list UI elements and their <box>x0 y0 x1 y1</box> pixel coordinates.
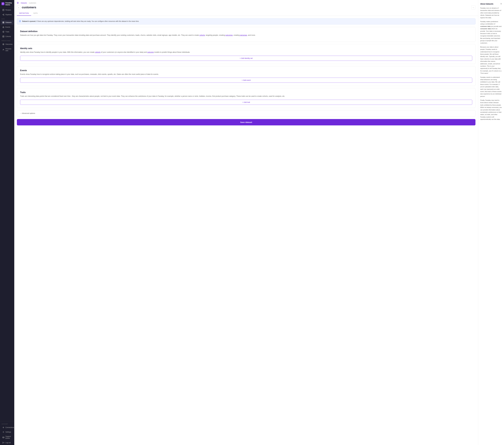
page-title-row: ‹ customers ··· <box>17 5 475 9</box>
breadcrumb-datasets[interactable]: Datasets <box>21 2 27 4</box>
link-outcome[interactable]: outcome <box>147 51 154 53</box>
link-cohorts-2[interactable]: cohorts <box>95 51 101 53</box>
add-identity-set-button[interactable]: + Add identity set <box>20 56 472 61</box>
link-personas[interactable]: personas <box>240 34 247 36</box>
svg-rect-24 <box>3 437 4 438</box>
breadcrumb-current: customers <box>29 2 36 4</box>
sidebar-item-datasets[interactable]: Datasets <box>1 20 14 25</box>
advanced-options-label: Advanced options <box>22 112 35 114</box>
pipeline-icon <box>2 14 4 16</box>
svg-point-5 <box>4 14 4 14</box>
sidebar-item-persona-sets[interactable]: Persona sets <box>1 47 14 53</box>
sidebar-item-outcomes[interactable]: Outcomes <box>1 42 14 46</box>
traits-card: Traits Traits are interesting data point… <box>17 88 475 108</box>
content-area: Dataset is queued. If there are any upst… <box>14 16 478 130</box>
svg-point-20 <box>3 44 4 45</box>
identity-sets-title: Identity sets <box>20 47 472 50</box>
cohorts-icon <box>2 36 4 37</box>
sidebar-item-logout-label: Log out <box>5 442 11 444</box>
dataset-definition-text: Datasets are how you get data into Farad… <box>20 34 472 37</box>
dataset-definition-title: Dataset definition <box>20 30 472 33</box>
recipe-icon <box>2 9 4 11</box>
identity-sets-card: Identity sets Identity sets show Faraday… <box>17 44 475 64</box>
breadcrumb-sep-1: › <box>19 2 20 4</box>
sidebar: F Faraday Demo Recipes Pipelines DATA Da… <box>0 0 14 445</box>
advanced-options-card: › Advanced options <box>17 110 475 116</box>
sidebar-item-support[interactable]: Support tickets <box>1 434 14 440</box>
traits-title: Traits <box>20 91 472 93</box>
add-event-button[interactable]: + Add event <box>20 78 472 83</box>
sidebar-item-connections-label: Connections <box>5 426 14 428</box>
alert-banner: Dataset is queued. If there are any upst… <box>17 19 475 24</box>
link-cohorts-1[interactable]: cohorts <box>199 34 205 36</box>
save-dataset-button[interactable]: Save dataset <box>17 119 475 125</box>
svg-point-6 <box>4 15 4 16</box>
add-trait-button[interactable]: + Add trait <box>20 100 472 105</box>
app-name: Faraday Demo <box>5 2 13 6</box>
breadcrumb-home-icon[interactable] <box>17 2 19 4</box>
settings-icon <box>2 431 4 433</box>
about-paragraph-4: Faraday needs to understand what behavio… <box>480 76 502 98</box>
svg-marker-13 <box>3 26 4 28</box>
back-button[interactable]: ‹ <box>17 6 20 9</box>
page-title: customers <box>22 6 36 9</box>
sidebar-item-traits[interactable]: Traits <box>1 30 14 34</box>
page-content: › Datasets › customers ‹ customers ··· D… <box>14 0 504 445</box>
outcomes-icon <box>2 43 4 45</box>
tab-definition[interactable]: DEFINITION <box>17 11 31 16</box>
datasets-icon <box>2 21 4 23</box>
about-paragraph-1: Faraday runs on streams of transaction d… <box>480 7 502 19</box>
svg-rect-9 <box>3 22 3 22</box>
sidebar-item-cohorts-label: Cohorts <box>5 36 11 37</box>
svg-point-22 <box>3 427 4 428</box>
breadcrumb-sep-2: › <box>28 2 28 4</box>
about-panel-title: About datasets <box>480 3 493 5</box>
page-header: › Datasets › customers ‹ customers ··· D… <box>14 0 478 16</box>
sidebar-item-events-label: Events <box>5 26 10 28</box>
svg-rect-12 <box>3 23 4 23</box>
chevron-right-icon: › <box>20 112 21 114</box>
tab-data[interactable]: DATA <box>31 11 40 16</box>
persona-icon <box>2 49 4 51</box>
more-options-button[interactable]: ··· <box>471 5 475 9</box>
svg-point-23 <box>3 432 4 432</box>
alert-bold: Dataset is queued. <box>22 20 36 22</box>
sidebar-item-settings-label: Settings <box>5 431 11 433</box>
advanced-options-toggle[interactable]: › Advanced options <box>20 112 472 114</box>
alert-text: Dataset is queued. If there are any upst… <box>22 20 139 22</box>
close-icon[interactable]: ✕ <box>500 3 502 5</box>
sidebar-item-events[interactable]: Events <box>1 25 14 29</box>
account-section-label: ACCOUNT <box>0 422 14 425</box>
sidebar-item-datasets-label: Datasets <box>5 21 12 23</box>
identity-sets-text: Identity sets show Faraday how to identi… <box>20 51 472 54</box>
svg-point-4 <box>3 15 3 15</box>
sidebar-item-logout[interactable]: Log out <box>1 441 14 445</box>
svg-rect-10 <box>3 22 4 22</box>
alert-body: If there are any upstream dependencies, … <box>36 20 139 22</box>
predictions-section-label: PREDICTIONS <box>0 39 14 42</box>
app-logo: F Faraday Demo <box>0 0 14 8</box>
about-panel-header: About datasets ✕ <box>480 3 502 5</box>
dataset-definition-card: Dataset definition Datasets are how you … <box>17 27 475 42</box>
support-icon <box>2 436 4 438</box>
about-panel: About datasets ✕ Faraday runs on streams… <box>478 0 504 445</box>
traits-text: Traits are interesting data points that … <box>20 95 472 98</box>
connections-icon <box>2 426 4 428</box>
about-paragraph-5: Finally, Faraday may need to know about … <box>480 99 502 121</box>
center-panel: › Datasets › customers ‹ customers ··· D… <box>14 0 478 445</box>
sidebar-item-recipes[interactable]: Recipes <box>1 8 14 12</box>
alert-icon <box>19 20 21 23</box>
sidebar-item-persona-sets-label: Persona sets <box>5 48 12 52</box>
link-outcomes[interactable]: outcomes <box>225 34 233 36</box>
sidebar-item-pipelines-label: Pipelines <box>5 14 12 16</box>
sidebar-item-connections[interactable]: Connections <box>1 425 14 430</box>
sidebar-item-settings[interactable]: Settings <box>1 430 14 434</box>
svg-line-7 <box>3 14 4 15</box>
sidebar-item-cohorts[interactable]: Cohorts <box>1 34 14 39</box>
events-title: Events <box>20 69 472 72</box>
logo-icon: F <box>1 2 4 5</box>
main-area: › Datasets › customers ‹ customers ··· D… <box>14 0 504 445</box>
events-card: Events Events show Faraday how to recogn… <box>17 66 475 86</box>
sidebar-item-pipelines[interactable]: Pipelines <box>1 13 14 17</box>
breadcrumb: › Datasets › customers <box>17 2 475 4</box>
